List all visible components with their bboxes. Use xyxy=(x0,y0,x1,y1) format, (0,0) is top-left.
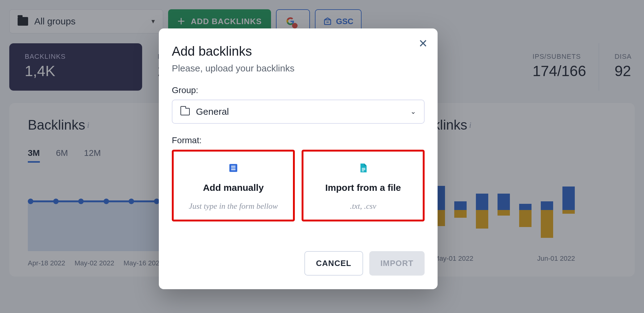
modal-actions: CANCEL IMPORT xyxy=(172,251,425,276)
chevron-down-icon: ⌄ xyxy=(410,108,416,116)
folder-outline-icon xyxy=(180,108,190,115)
group-select[interactable]: General ⌄ xyxy=(172,100,425,124)
option-title: Add manually xyxy=(180,182,287,193)
option-import-file[interactable]: Import from a file .txt, .csv xyxy=(302,150,425,221)
form-icon xyxy=(228,163,239,173)
close-icon[interactable]: ✕ xyxy=(418,37,428,50)
add-backlinks-modal: ✕ Add backlinks Please, upload your back… xyxy=(159,28,438,289)
svg-rect-7 xyxy=(362,171,364,171)
option-add-manually[interactable]: Add manually Just type in the form bello… xyxy=(172,150,295,221)
format-options: Add manually Just type in the form bello… xyxy=(172,150,425,221)
modal-subtitle: Please, upload your backlinks xyxy=(172,63,425,74)
import-button[interactable]: IMPORT xyxy=(369,251,425,276)
svg-rect-6 xyxy=(362,169,365,170)
option-desc: Just type in the form bellow xyxy=(180,202,287,211)
group-select-value: General xyxy=(196,106,229,117)
group-field-label: Group: xyxy=(172,85,425,95)
file-icon xyxy=(358,163,368,173)
option-desc: .txt, .csv xyxy=(310,202,417,211)
svg-rect-5 xyxy=(362,168,365,169)
format-field-label: Format: xyxy=(172,135,425,145)
cancel-button[interactable]: CANCEL xyxy=(304,251,363,276)
modal-title: Add backlinks xyxy=(172,44,425,59)
option-title: Import from a file xyxy=(310,182,417,193)
page-root: All groups ▾ + ADD BACKLINKS GSC BACKLIN… xyxy=(0,0,644,313)
